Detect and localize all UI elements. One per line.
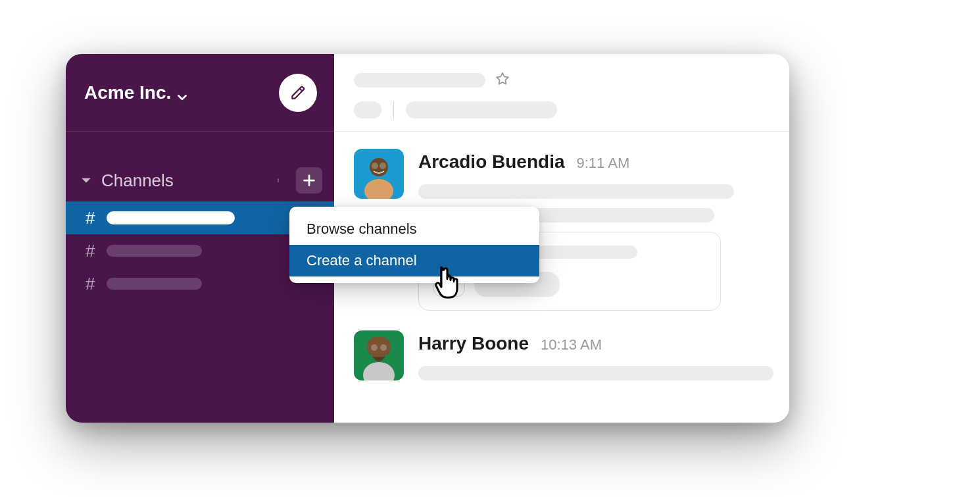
svg-point-4 <box>364 179 393 199</box>
caret-down-icon[interactable] <box>80 174 92 186</box>
compose-icon <box>289 84 306 101</box>
add-channel-menu: Browse channels Create a channel <box>289 207 539 283</box>
message-text-placeholder <box>418 184 734 199</box>
channel-name-placeholder <box>107 278 202 290</box>
sidebar-header: Acme Inc. <box>66 54 334 132</box>
compose-button[interactable] <box>279 74 317 112</box>
svg-point-2 <box>278 181 278 182</box>
plus-icon <box>303 174 316 187</box>
channel-name-placeholder <box>107 245 202 257</box>
chevron-down-icon <box>176 87 188 99</box>
app-window: Acme Inc. Channels <box>66 54 789 423</box>
avatar[interactable] <box>354 330 404 380</box>
add-channel-button[interactable] <box>296 167 322 194</box>
divider <box>393 101 394 118</box>
channels-section-title[interactable]: Channels <box>101 170 174 191</box>
avatar[interactable] <box>354 149 404 199</box>
hash-icon: # <box>86 208 95 228</box>
hash-icon: # <box>86 274 95 294</box>
message-timestamp: 9:11 AM <box>576 155 629 172</box>
message: Harry Boone 10:13 AM <box>354 330 773 390</box>
header-meta-placeholder <box>354 101 381 118</box>
channels-more-button[interactable] <box>267 169 289 192</box>
cursor-pointer-icon <box>431 263 465 304</box>
header-meta-placeholder <box>406 101 557 118</box>
star-icon[interactable] <box>495 71 510 90</box>
message-timestamp: 10:13 AM <box>541 336 602 353</box>
menu-item-browse-channels[interactable]: Browse channels <box>289 213 539 245</box>
message-author[interactable]: Harry Boone <box>418 333 529 354</box>
svg-rect-7 <box>367 337 391 357</box>
message-text-placeholder <box>418 366 773 380</box>
message-author[interactable]: Arcadio Buendia <box>418 151 564 172</box>
channel-title-placeholder <box>354 73 485 88</box>
workspace-name-label: Acme Inc. <box>84 82 171 103</box>
menu-item-create-channel[interactable]: Create a channel <box>289 245 539 276</box>
svg-point-6 <box>380 163 386 169</box>
more-vertical-icon <box>276 173 280 188</box>
svg-point-9 <box>371 344 378 351</box>
workspace-switcher[interactable]: Acme Inc. <box>84 82 188 103</box>
svg-point-10 <box>380 344 387 351</box>
svg-point-0 <box>278 178 278 179</box>
channel-name-placeholder <box>107 211 235 224</box>
svg-point-1 <box>278 180 278 180</box>
svg-point-5 <box>372 163 378 169</box>
channels-section-header: Channels <box>66 167 334 194</box>
channel-header <box>334 54 789 132</box>
hash-icon: # <box>86 241 95 261</box>
svg-point-8 <box>363 362 395 380</box>
message-body: Harry Boone 10:13 AM <box>418 330 773 390</box>
